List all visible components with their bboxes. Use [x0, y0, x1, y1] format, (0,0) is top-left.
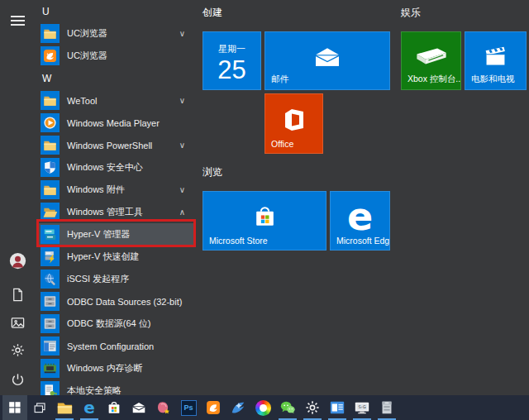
tile-mail[interactable]: 邮件 — [264, 31, 390, 90]
envelope-icon — [131, 399, 147, 416]
odbc-icon — [41, 292, 60, 311]
tile-label: Office — [271, 139, 293, 149]
taskbar-archive-app-button[interactable] — [374, 395, 399, 420]
taskbar-pink-star-app-button[interactable] — [151, 395, 176, 420]
gear-white-icon — [304, 399, 321, 416]
tile-label: 电影和电视 — [471, 74, 515, 85]
app-list-item[interactable]: ODBC 数据源(64 位) — [36, 313, 196, 335]
folder-icon — [41, 180, 60, 199]
taskbar-blue-panel-app-button[interactable] — [325, 395, 350, 420]
chevron-down-icon[interactable]: ∨ — [179, 186, 185, 194]
power-icon[interactable] — [8, 370, 26, 389]
app-label: UC浏览器 — [67, 50, 107, 62]
app-list-item[interactable]: ODBC Data Sources (32-bit) — [36, 290, 196, 313]
app-list-item[interactable]: Windows 内存诊断 — [36, 357, 196, 379]
chevron-down-icon[interactable]: ∨ — [179, 97, 185, 105]
app-list-item[interactable]: System Configuration — [36, 335, 196, 357]
tile-group-label: 浏览 — [203, 165, 222, 179]
app-list-item[interactable]: Hyper-V 快速创建 — [36, 246, 196, 268]
app-label: System Configuration — [67, 341, 154, 351]
tile-calendar[interactable]: 星期一25 — [203, 31, 261, 90]
tile-movies[interactable]: 电影和电视 — [465, 31, 527, 90]
uc-icon — [41, 46, 60, 65]
app-list-folder[interactable]: Windows 管理工具∧ — [36, 201, 196, 223]
app-label: Windows 附件 — [67, 184, 125, 196]
sysconfig-icon — [41, 336, 60, 356]
store-tile-icon — [203, 192, 326, 241]
chevron-up-icon[interactable]: ∧ — [179, 208, 185, 217]
edge-icon: e — [83, 399, 95, 416]
user-avatar-icon[interactable] — [8, 251, 26, 270]
app-list-item[interactable]: UC浏览器 — [36, 45, 196, 67]
taskbar-settings-button[interactable] — [300, 395, 325, 420]
wmp-icon — [41, 113, 60, 132]
app-label: ODBC 数据源(64 位) — [67, 317, 150, 330]
calendar-day-label: 星期一 — [203, 43, 260, 55]
folder-taskbar-icon — [56, 399, 73, 416]
taskbar-start-button[interactable] — [2, 395, 27, 420]
hyperv-icon — [41, 225, 60, 244]
tile-store[interactable]: Microsoft Store — [203, 191, 326, 251]
app-label: Windows 内存诊断 — [67, 362, 143, 375]
screen-gif-icon: S›G — [354, 399, 370, 416]
app-label: Windows Media Player — [67, 118, 160, 128]
tile-label: Microsoft Store — [209, 236, 268, 246]
app-label: UC浏览器 — [67, 27, 107, 40]
taskbar-blue-swoosh-app-button[interactable] — [226, 395, 250, 420]
tile-office[interactable]: Office — [264, 93, 323, 154]
color-wheel-icon — [255, 400, 271, 416]
taskbar-task-view-button[interactable] — [27, 395, 52, 420]
secpolicy-icon — [41, 381, 60, 395]
taskbar-uc-browser-button[interactable] — [201, 395, 226, 420]
tile-edge[interactable]: eMicrosoft Edge — [330, 191, 390, 251]
taskbar-file-explorer-button[interactable] — [52, 395, 77, 420]
folder-open-icon — [41, 203, 60, 222]
taskbar-photoshop-button[interactable]: Ps — [176, 395, 201, 420]
svg-text:S›G: S›G — [358, 404, 365, 409]
tile-label: 邮件 — [271, 74, 288, 85]
app-list-item[interactable]: Windows 安全中心 — [36, 156, 196, 179]
edge-tile-icon: e — [331, 192, 389, 241]
taskbar-screentogif-button[interactable]: S›G — [350, 395, 374, 420]
settings-gear-icon[interactable] — [8, 341, 26, 359]
app-list-item[interactable]: 本地安全策略 — [36, 379, 196, 395]
app-list-item[interactable]: Hyper-V 管理器 — [36, 223, 196, 246]
wechat-icon — [279, 399, 296, 416]
blue-panel-icon — [329, 399, 346, 416]
app-label: Windows PowerShell — [67, 141, 152, 150]
app-list-item[interactable]: Windows Media Player — [36, 112, 196, 134]
folder-icon — [41, 91, 60, 110]
store-bag-icon — [106, 399, 122, 416]
chevron-down-icon[interactable]: ∨ — [179, 141, 185, 150]
photoshop-icon: Ps — [181, 400, 197, 416]
app-list-folder[interactable]: UC浏览器∨ — [36, 22, 196, 45]
hamburger-menu-icon[interactable] — [8, 12, 26, 30]
tile-group-label: 娱乐 — [401, 6, 421, 20]
app-list-folder[interactable]: Windows PowerShell∨ — [36, 134, 196, 156]
taskbar-wechat-button[interactable] — [275, 395, 300, 420]
iscsi-icon — [41, 270, 60, 289]
uc-icon — [205, 399, 222, 416]
app-label: WeTool — [67, 96, 97, 106]
taskbar: ePsS›G — [0, 395, 529, 420]
office-tile-icon — [265, 94, 322, 145]
chevron-down-icon[interactable]: ∨ — [179, 30, 185, 38]
app-list-folder[interactable]: Windows 附件∨ — [36, 179, 196, 201]
pictures-icon[interactable] — [8, 313, 26, 332]
documents-icon[interactable] — [8, 285, 26, 303]
app-list: UUC浏览器∨UC浏览器WWeTool∨Windows Media Player… — [36, 0, 196, 395]
folder-icon — [41, 24, 60, 43]
app-list-item[interactable]: iSCSI 发起程序 — [36, 268, 196, 290]
taskbar-color-wheel-app-button[interactable] — [250, 395, 275, 420]
taskbar-microsoft-store-button[interactable] — [102, 395, 126, 420]
tile-xbox[interactable]: Xbox 控制台... — [401, 31, 461, 90]
taskbar-mail-app-button[interactable] — [126, 395, 151, 420]
taskbar-edge-browser-button[interactable]: e — [77, 395, 102, 420]
windows-icon — [8, 401, 21, 414]
app-label: Hyper-V 管理器 — [67, 228, 130, 241]
app-label: Hyper-V 快速创建 — [67, 251, 139, 263]
app-label: ODBC Data Sources (32-bit) — [67, 297, 182, 307]
app-label: Windows 管理工具 — [67, 206, 143, 218]
app-label: 本地安全策略 — [67, 384, 122, 395]
app-list-folder[interactable]: WeTool∨ — [36, 89, 196, 112]
